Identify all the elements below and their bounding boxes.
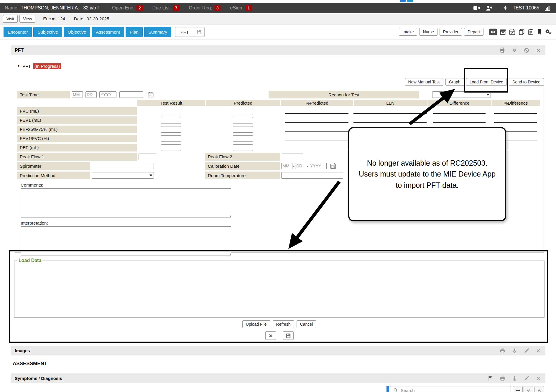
pft-actions: New Manual Test Graph Load From Device S… [405,78,544,86]
edit-pencil-icon[interactable] [523,347,530,354]
stage-intake-button[interactable]: Intake [399,28,417,36]
lightning-bolt-icon[interactable] [503,5,508,11]
spirometer-input[interactable] [92,163,154,169]
view-button[interactable]: View [19,15,35,23]
visit-button[interactable]: Visit [3,15,18,23]
test-result-input[interactable] [161,108,181,114]
clipboard-copy-icon[interactable] [527,28,534,36]
collapse-button[interactable] [524,386,533,392]
disable-ban-icon[interactable] [523,47,530,54]
send-to-device-button[interactable]: Send to Device [509,78,544,86]
tab-assessment[interactable]: Assessment [92,27,124,37]
archive-box-icon[interactable] [499,29,506,35]
column-header-predicted: Predicted [206,100,280,106]
settings-gears-icon[interactable] [544,28,552,36]
expand-button[interactable] [534,386,544,392]
bookmark-icon[interactable] [536,28,542,35]
print-icon[interactable] [499,47,506,54]
collapse-section-button[interactable] [265,331,276,340]
date-separator: - [307,164,308,169]
due-list-badge[interactable]: 7 [173,5,180,11]
collapse-double-chevron-icon[interactable] [511,47,518,54]
search-box[interactable] [390,386,511,392]
clipped-toolbar-icon [407,0,413,2]
due-list-counter[interactable]: Due List: 7 [152,5,180,11]
calendar-picker-icon[interactable] [330,162,337,169]
order-req-counter[interactable]: Order Req: 3 [189,5,221,11]
pft-status-row: • PFT (In Progress) [18,63,61,69]
cancel-button[interactable]: Cancel [297,320,317,328]
close-icon[interactable] [535,348,541,354]
order-req-badge[interactable]: 3 [214,5,221,11]
microphone-icon[interactable] [511,375,518,382]
print-icon[interactable] [499,347,506,354]
tab-objective[interactable]: Objective [64,27,91,37]
test-result-input[interactable] [161,117,181,123]
predicted-input[interactable] [233,126,253,133]
reason-for-test-select[interactable] [432,91,491,98]
stage-provider-button[interactable]: Provider [440,28,462,36]
esign-counter[interactable]: eSign: 1 [230,5,252,11]
upload-file-button[interactable]: Upload File [242,320,270,328]
add-button[interactable] [513,386,523,392]
search-input[interactable] [401,388,508,392]
edit-pencil-icon[interactable] [523,375,530,382]
peak-flow-1-input[interactable] [139,154,156,160]
test-result-input[interactable] [161,144,181,151]
new-manual-test-button[interactable]: New Manual Test [405,78,443,86]
calibration-year-input[interactable] [309,163,327,169]
load-data-buttons: Upload File Refresh Cancel [14,320,545,328]
tab-summary[interactable]: Summary [144,27,171,37]
clipped-top-strip [0,0,556,3]
calendar-picker-icon[interactable] [147,91,154,98]
peak-flow-2-input[interactable] [282,154,303,160]
load-from-device-button[interactable]: Load From Device [466,78,507,86]
chart-note-content: PFT • PFT (In Progress) [0,39,556,392]
test-result-input[interactable] [161,126,181,133]
difference-line [433,122,486,123]
save-tab-icon-button[interactable] [194,27,205,37]
percent-predicted-line [285,141,348,141]
test-time-day-input[interactable] [85,91,97,98]
microphone-icon[interactable] [511,347,518,354]
pft-item-label[interactable]: PFT [22,64,31,69]
predicted-input[interactable] [233,135,253,142]
eye-icon[interactable] [489,29,497,35]
graph-button[interactable]: Graph [445,78,464,86]
video-camera-icon[interactable] [473,5,481,11]
room-temperature-input[interactable] [281,172,343,179]
tab-plan[interactable]: Plan [126,27,143,37]
stage-depart-button[interactable]: Depart [464,28,483,36]
close-icon[interactable] [535,375,541,381]
prediction-method-select[interactable] [92,172,154,179]
predicted-input[interactable] [233,144,253,151]
flag-icon[interactable] [487,375,494,382]
print-icon[interactable] [499,375,506,382]
test-time-year-input[interactable] [99,91,116,98]
save-section-button[interactable] [283,331,294,340]
test-result-input[interactable] [161,135,181,142]
comments-textarea[interactable] [21,188,231,218]
stage-nurse-button[interactable]: Nurse [419,28,437,36]
predicted-input[interactable] [233,117,253,123]
tab-encounter[interactable]: Encounter [4,27,32,37]
open-enc-badge[interactable]: 2 [136,5,143,11]
tab-subjective[interactable]: Subjective [33,27,62,37]
test-time-month-input[interactable] [72,91,83,98]
date-value: 02-20-2025 [87,16,109,21]
tab-pft-active[interactable]: PFT [175,27,194,37]
esign-badge[interactable]: 1 [246,5,252,11]
user-plus-icon[interactable] [485,5,493,11]
refresh-button[interactable]: Refresh [273,320,294,328]
close-icon[interactable] [535,47,541,53]
stacked-pages-icon[interactable] [518,28,525,36]
bar-chart-icon[interactable] [544,5,551,11]
calibration-month-input[interactable] [281,163,292,169]
test-time-time-input[interactable] [119,91,143,98]
calendar-icon[interactable] [509,28,516,36]
chevron-down-icon [526,389,531,392]
open-enc-counter[interactable]: Open Enc: 2 [112,5,143,11]
predicted-input[interactable] [233,108,253,114]
in-progress-badge: (In Progress) [33,63,62,69]
calibration-day-input[interactable] [295,163,306,169]
